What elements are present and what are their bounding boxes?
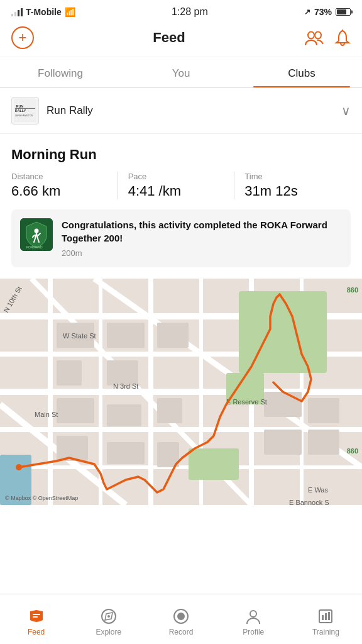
- svg-rect-28: [189, 448, 239, 480]
- achievement-sub-text: 200m: [62, 248, 82, 258]
- page-title: Feed: [153, 30, 185, 46]
- location-arrow-icon: ↗: [304, 8, 310, 16]
- svg-rect-33: [57, 360, 82, 386]
- signal-bars-icon: [11, 8, 23, 16]
- svg-rect-42: [264, 430, 302, 455]
- status-time: 1:28 pm: [172, 6, 208, 18]
- svg-rect-53: [33, 614, 40, 615]
- svg-text:W State St: W State St: [63, 332, 96, 340]
- svg-point-59: [177, 613, 185, 620]
- tab-you[interactable]: You: [121, 57, 241, 87]
- explore-nav-label: Explore: [96, 628, 121, 636]
- svg-point-9: [35, 229, 39, 233]
- svg-point-1: [315, 32, 321, 39]
- svg-point-0: [308, 32, 314, 39]
- map-attribution: © Mapbox © OpenStreetMap: [5, 495, 78, 501]
- stat-pace-label: Pace: [128, 172, 224, 181]
- profile-nav-label: Profile: [243, 628, 264, 636]
- record-icon: [172, 608, 190, 625]
- svg-rect-63: [325, 613, 327, 620]
- svg-text:N 3rd St: N 3rd St: [113, 382, 138, 390]
- svg-text:FORWARD: FORWARD: [26, 245, 43, 249]
- achievement-wrapper: FORWARD Congratulations, this activity c…: [0, 209, 362, 267]
- tab-clubs[interactable]: Clubs: [241, 57, 362, 87]
- club-left: RUN RALLY LARA HAMILTON Run Rally: [11, 97, 93, 125]
- carrier-label: T-Mobile: [26, 7, 62, 17]
- stat-time-label: Time: [244, 172, 341, 181]
- header: + Feed: [0, 21, 362, 57]
- stat-time-value: 31m 12s: [244, 183, 341, 199]
- stat-time: Time 31m 12s: [244, 172, 351, 199]
- bell-icon: [334, 29, 351, 47]
- svg-rect-32: [157, 323, 189, 348]
- achievement-text: Congratulations, this activity completed…: [62, 218, 342, 258]
- svg-rect-62: [322, 615, 324, 620]
- map-svg: N 10th St W State St Main St N 3rd St E …: [0, 279, 362, 505]
- tab-following[interactable]: Following: [0, 57, 121, 87]
- stat-pace-value: 4:41 /km: [128, 183, 224, 199]
- svg-text:Main St: Main St: [35, 411, 58, 418]
- status-left: T-Mobile 📶: [11, 7, 75, 17]
- nav-item-explore[interactable]: Explore: [72, 602, 145, 636]
- feed-nav-label: Feed: [28, 628, 45, 636]
- svg-point-57: [107, 615, 110, 618]
- battery-icon: [336, 8, 351, 16]
- feed-icon: [28, 608, 45, 625]
- svg-rect-35: [57, 398, 94, 423]
- svg-text:E Bannock S: E Bannock S: [289, 499, 329, 505]
- svg-rect-37: [157, 398, 182, 423]
- svg-rect-31: [107, 323, 145, 348]
- chevron-down-icon[interactable]: ∨: [341, 103, 351, 118]
- header-icons: [304, 29, 351, 47]
- activity-section: Morning Run Distance 6.66 km Pace 4:41 /…: [0, 134, 362, 199]
- club-row[interactable]: RUN RALLY LARA HAMILTON Run Rally ∨: [0, 88, 362, 134]
- status-bar: T-Mobile 📶 1:28 pm ↗ 73%: [0, 0, 362, 21]
- achievement-main-text: Congratulations, this activity completed…: [62, 218, 342, 245]
- club-logo: RUN RALLY LARA HAMILTON: [11, 97, 39, 125]
- bottom-nav: Feed Explore Record Pro: [0, 594, 362, 644]
- map-label-860-bottom: 860: [347, 447, 358, 455]
- svg-rect-43: [308, 430, 339, 455]
- svg-rect-38: [57, 436, 88, 461]
- page-content: RUN RALLY LARA HAMILTON Run Rally ∨ Morn…: [0, 88, 362, 555]
- battery-percent: 73%: [314, 7, 332, 17]
- training-icon: [317, 608, 334, 625]
- notifications-button[interactable]: [334, 29, 351, 47]
- svg-text:E Was: E Was: [308, 486, 328, 494]
- svg-rect-44: [308, 398, 339, 423]
- stat-pace: Pace 4:41 /km: [128, 172, 235, 199]
- map-container: N 10th St W State St Main St N 3rd St E …: [0, 279, 362, 505]
- training-nav-label: Training: [312, 628, 339, 636]
- map-label-860-top: 860: [347, 286, 358, 294]
- profile-icon: [244, 608, 262, 625]
- stat-distance-value: 6.66 km: [11, 183, 107, 199]
- tabs-bar: Following You Clubs: [0, 57, 362, 88]
- svg-rect-54: [33, 616, 38, 618]
- svg-rect-64: [328, 612, 330, 620]
- svg-text:LARA HAMILTON: LARA HAMILTON: [15, 114, 33, 117]
- svg-text:RALLY: RALLY: [15, 109, 26, 113]
- status-right: ↗ 73%: [304, 7, 351, 17]
- svg-rect-26: [239, 291, 327, 373]
- club-name: Run Rally: [47, 104, 93, 117]
- nav-item-record[interactable]: Record: [145, 602, 217, 636]
- explore-icon: [100, 608, 118, 625]
- svg-point-60: [250, 611, 256, 617]
- achievement-banner: FORWARD Congratulations, this activity c…: [11, 209, 351, 267]
- friends-button[interactable]: [304, 29, 324, 47]
- achievement-badge-icon: FORWARD: [20, 218, 53, 251]
- activity-title: Morning Run: [11, 147, 351, 163]
- run-rally-logo-icon: RUN RALLY LARA HAMILTON: [14, 99, 36, 122]
- wifi-icon: 📶: [65, 7, 75, 17]
- nav-item-training[interactable]: Training: [290, 602, 362, 636]
- roka-badge-icon: FORWARD: [20, 218, 53, 251]
- add-icon: +: [11, 26, 34, 49]
- stat-distance-label: Distance: [11, 172, 107, 181]
- add-button[interactable]: +: [11, 26, 34, 49]
- record-nav-label: Record: [169, 628, 194, 636]
- stat-distance: Distance 6.66 km: [11, 172, 118, 199]
- nav-item-feed[interactable]: Feed: [0, 602, 72, 636]
- svg-rect-41: [264, 392, 302, 417]
- svg-rect-36: [107, 404, 141, 426]
- nav-item-profile[interactable]: Profile: [217, 602, 290, 636]
